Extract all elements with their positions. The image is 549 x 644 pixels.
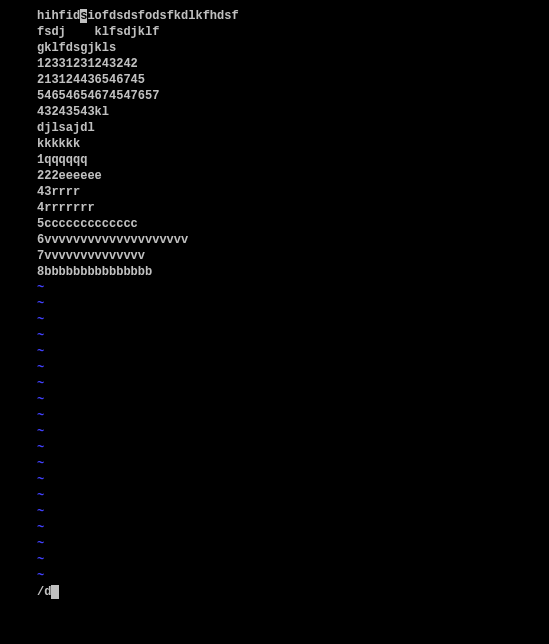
content-line: fsdj klfsdjklf (37, 24, 512, 40)
empty-line-marker: ~ (37, 376, 512, 392)
content-line: 8bbbbbbbbbbbbbbb (37, 264, 512, 280)
empty-line-marker: ~ (37, 408, 512, 424)
content-line: 213124436546745 (37, 72, 512, 88)
empty-line-marker: ~ (37, 280, 512, 296)
content-line: 7vvvvvvvvvvvvvv (37, 248, 512, 264)
empty-line-marker: ~ (37, 328, 512, 344)
content-line: 4rrrrrrr (37, 200, 512, 216)
empty-line-marker: ~ (37, 488, 512, 504)
content-line: 222eeeeee (37, 168, 512, 184)
empty-line-marker: ~ (37, 424, 512, 440)
empty-line-marker: ~ (37, 472, 512, 488)
empty-line-marker: ~ (37, 456, 512, 472)
empty-line-marker: ~ (37, 520, 512, 536)
content-line: 43rrrr (37, 184, 512, 200)
content-line: 5ccccccccccccc (37, 216, 512, 232)
empty-line-marker: ~ (37, 296, 512, 312)
content-line: djlsajdl (37, 120, 512, 136)
empty-line-marker: ~ (37, 568, 512, 584)
content-line: 12331231243242 (37, 56, 512, 72)
empty-line-marker: ~ (37, 312, 512, 328)
content-line: 54654654674547657 (37, 88, 512, 104)
empty-line-marker: ~ (37, 504, 512, 520)
command-line[interactable]: /d (37, 584, 512, 600)
command-text: /d (37, 585, 51, 599)
empty-line-marker: ~ (37, 440, 512, 456)
empty-line-marker: ~ (37, 360, 512, 376)
cursor (51, 585, 59, 599)
editor-pane[interactable]: hihfidsiofdsdsfodsfkdlkfhdsffsdj klfsdjk… (37, 8, 512, 600)
content-line: hihfidsiofdsdsfodsfkdlkfhdsf (37, 8, 512, 24)
content-line: kkkkkk (37, 136, 512, 152)
empty-line-marker: ~ (37, 392, 512, 408)
empty-line-marker: ~ (37, 344, 512, 360)
content-line: 6vvvvvvvvvvvvvvvvvvvv (37, 232, 512, 248)
content-line: gklfdsgjkls (37, 40, 512, 56)
content-line: 43243543kl (37, 104, 512, 120)
content-line: 1qqqqqq (37, 152, 512, 168)
empty-line-marker: ~ (37, 552, 512, 568)
empty-line-marker: ~ (37, 536, 512, 552)
